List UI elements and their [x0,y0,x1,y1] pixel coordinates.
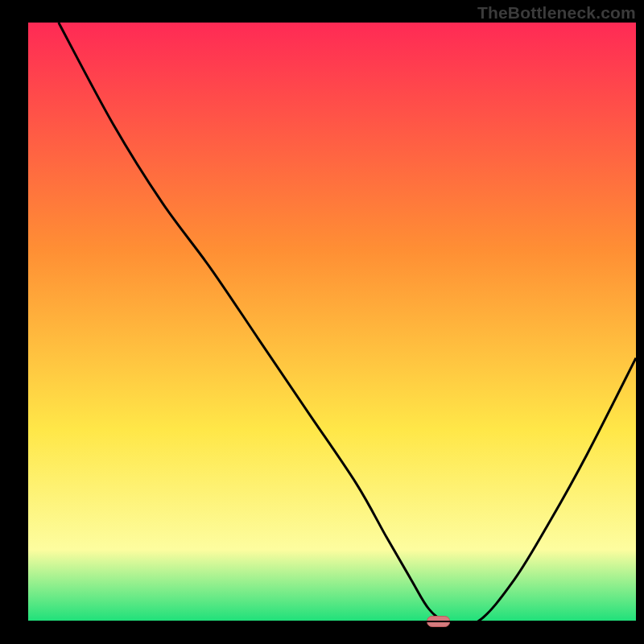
watermark-label: TheBottleneck.com [477,3,636,23]
bottleneck-chart [0,0,644,644]
chart-frame: TheBottleneck.com [0,0,644,644]
